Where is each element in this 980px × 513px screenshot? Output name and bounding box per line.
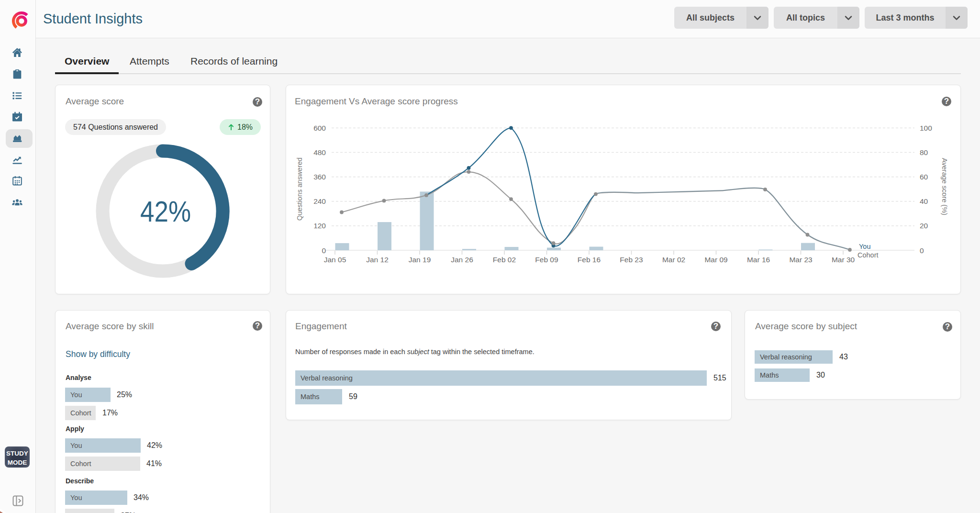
svg-text:You: You	[859, 243, 870, 250]
svg-text:Mar 30: Mar 30	[832, 256, 855, 264]
svg-text:120: 120	[313, 222, 326, 230]
svg-text:60: 60	[920, 173, 928, 181]
svg-text:Cohort: Cohort	[858, 251, 879, 259]
svg-text:Mar 16: Mar 16	[747, 256, 770, 264]
svg-text:240: 240	[313, 197, 326, 205]
svg-text:Feb 23: Feb 23	[620, 256, 643, 264]
svg-text:Average score (%): Average score (%)	[941, 158, 948, 215]
svg-text:Jan 05: Jan 05	[324, 256, 346, 264]
svg-text:Mar 02: Mar 02	[662, 256, 685, 264]
svg-text:480: 480	[313, 148, 326, 156]
svg-text:0: 0	[322, 246, 326, 255]
svg-text:40: 40	[920, 197, 928, 205]
svg-text:80: 80	[920, 148, 928, 156]
svg-text:Feb 16: Feb 16	[578, 256, 601, 264]
svg-text:Questions answered: Questions answered	[296, 157, 303, 221]
svg-text:Jan 12: Jan 12	[366, 256, 389, 264]
svg-text:100: 100	[920, 124, 932, 132]
svg-text:42%: 42%	[140, 195, 191, 228]
svg-text:Jan 26: Jan 26	[451, 256, 473, 264]
svg-text:Jan 19: Jan 19	[409, 256, 431, 264]
svg-text:600: 600	[313, 124, 326, 132]
svg-text:Mar 23: Mar 23	[789, 256, 812, 264]
svg-text:Mar 09: Mar 09	[704, 256, 727, 264]
svg-text:360: 360	[313, 173, 326, 181]
svg-text:20: 20	[920, 222, 928, 230]
svg-text:0: 0	[920, 246, 924, 255]
svg-text:Feb 09: Feb 09	[535, 256, 558, 264]
svg-text:Feb 02: Feb 02	[493, 256, 516, 264]
